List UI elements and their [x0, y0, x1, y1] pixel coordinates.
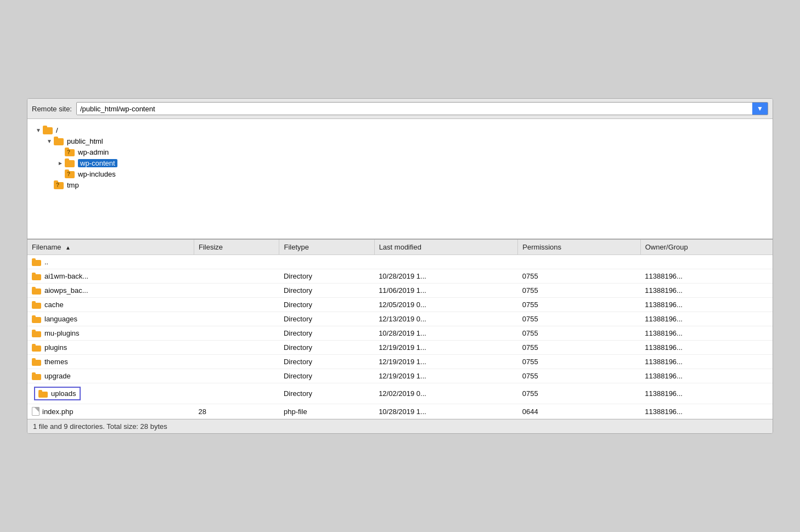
table-row[interactable]: aiowps_bac...Directory11/06/2019 1...075…	[27, 284, 773, 298]
folder-icon	[32, 330, 42, 337]
file-size-cell	[194, 284, 279, 298]
file-size-cell: 28	[194, 404, 279, 419]
tree-arrow-wp-content	[56, 160, 65, 166]
file-owner-cell	[640, 255, 773, 269]
file-size-cell	[194, 255, 279, 269]
file-name-cell: themes	[27, 355, 194, 369]
file-perms-cell: 0755	[518, 284, 641, 298]
folder-icon	[32, 344, 42, 352]
file-icon	[32, 407, 40, 416]
file-name-inner: themes	[32, 358, 189, 366]
file-table-section: Filename ▲ Filesize Filetype Last modifi…	[27, 240, 773, 419]
file-size-cell	[194, 326, 279, 341]
file-name-label: cache	[44, 301, 64, 309]
file-type-cell	[279, 255, 374, 269]
col-header-last-modified[interactable]: Last modified	[374, 240, 518, 255]
table-row[interactable]: ..	[27, 255, 773, 269]
tree-item-tmp[interactable]: tmp	[32, 179, 768, 190]
file-name-label: plugins	[44, 343, 67, 352]
file-name-inner: aiowps_bac...	[32, 286, 189, 295]
remote-site-dropdown-button[interactable]: ▼	[752, 103, 768, 115]
col-header-owner-group[interactable]: Owner/Group	[640, 240, 773, 255]
file-name-cell: ..	[27, 255, 194, 269]
file-name-cell: ai1wm-back...	[27, 269, 194, 284]
folder-icon-public-html	[54, 137, 65, 145]
col-header-filetype[interactable]: Filetype	[279, 240, 374, 255]
table-row[interactable]: ai1wm-back...Directory10/28/2019 1...075…	[27, 269, 773, 284]
remote-site-bar: Remote site: ▼	[27, 99, 773, 119]
table-row[interactable]: cacheDirectory12/05/2019 0...07551138819…	[27, 298, 773, 312]
folder-icon-tmp	[54, 180, 65, 189]
table-row[interactable]: pluginsDirectory12/19/2019 1...075511388…	[27, 341, 773, 355]
file-perms-cell: 0755	[518, 355, 641, 369]
tree-label-tmp: tmp	[67, 181, 79, 189]
tree-item-root[interactable]: /	[32, 124, 768, 135]
tree-item-wp-content[interactable]: wp-content	[32, 157, 768, 168]
file-size-cell	[194, 298, 279, 312]
tree-item-public-html[interactable]: public_html	[32, 135, 768, 146]
remote-site-input[interactable]	[77, 103, 752, 115]
file-modified-cell: 12/19/2019 1...	[374, 369, 518, 383]
file-modified-cell: 12/13/2019 0...	[374, 312, 518, 326]
file-size-cell	[194, 269, 279, 284]
file-owner-cell: 11388196...	[640, 341, 773, 355]
file-modified-cell: 12/05/2019 0...	[374, 298, 518, 312]
tree-item-wp-admin[interactable]: wp-admin	[32, 146, 768, 157]
file-modified-cell: 10/28/2019 1...	[374, 404, 518, 419]
file-owner-cell: 11388196...	[640, 269, 773, 284]
tree-label-public-html: public_html	[67, 137, 103, 145]
file-name-label: aiowps_bac...	[44, 286, 88, 295]
table-row[interactable]: uploadsDirectory12/02/2019 0...075511388…	[27, 383, 773, 404]
file-name-cell-uploads: uploads	[27, 383, 194, 404]
file-name-label: index.php	[42, 408, 73, 416]
file-owner-cell: 11388196...	[640, 404, 773, 419]
folder-icon-wp-includes	[65, 169, 76, 178]
status-bar: 1 file and 9 directories. Total size: 28…	[27, 419, 773, 433]
file-perms-cell: 0755	[518, 326, 641, 341]
file-name-label: themes	[44, 358, 68, 366]
table-row[interactable]: index.php28php-file10/28/2019 1...064411…	[27, 404, 773, 419]
col-header-filesize[interactable]: Filesize	[194, 240, 279, 255]
status-text: 1 file and 9 directories. Total size: 28…	[33, 422, 167, 431]
folder-icon-wp-content	[65, 159, 76, 167]
folder-icon-root	[43, 126, 54, 134]
file-name-inner: upgrade	[32, 372, 189, 380]
file-name-inner: ..	[32, 258, 189, 266]
table-row[interactable]: languagesDirectory12/13/2019 0...0755113…	[27, 312, 773, 326]
file-type-cell: php-file	[279, 404, 374, 419]
file-name-inner: languages	[32, 315, 189, 323]
file-owner-cell: 11388196...	[640, 312, 773, 326]
file-name-label: ai1wm-back...	[44, 272, 88, 280]
tree-label-wp-content: wp-content	[78, 159, 117, 167]
file-name-cell: upgrade	[27, 369, 194, 383]
file-owner-cell: 11388196...	[640, 369, 773, 383]
tree-item-wp-includes[interactable]: wp-includes	[32, 168, 768, 179]
tree-label-root: /	[56, 126, 58, 134]
file-type-cell: Directory	[279, 369, 374, 383]
table-row[interactable]: upgradeDirectory12/19/2019 1...075511388…	[27, 369, 773, 383]
file-type-cell: Directory	[279, 269, 374, 284]
file-modified-cell	[374, 255, 518, 269]
col-header-filename[interactable]: Filename ▲	[27, 240, 194, 255]
file-modified-cell: 12/19/2019 1...	[374, 355, 518, 369]
col-header-permissions[interactable]: Permissions	[518, 240, 641, 255]
file-name-inner: mu-plugins	[32, 329, 189, 337]
file-type-cell: Directory	[279, 341, 374, 355]
file-perms-cell: 0755	[518, 341, 641, 355]
folder-icon	[32, 358, 42, 366]
file-name-label: languages	[44, 315, 77, 323]
table-row[interactable]: themesDirectory12/19/2019 1...0755113881…	[27, 355, 773, 369]
file-owner-cell: 11388196...	[640, 326, 773, 341]
file-table: Filename ▲ Filesize Filetype Last modifi…	[27, 240, 773, 419]
folder-icon	[32, 301, 42, 309]
file-owner-cell: 11388196...	[640, 298, 773, 312]
file-type-cell: Directory	[279, 284, 374, 298]
file-perms-cell: 0755	[518, 269, 641, 284]
file-name-cell: cache	[27, 298, 194, 312]
tree-label-wp-includes: wp-includes	[78, 170, 116, 178]
file-name-cell: plugins	[27, 341, 194, 355]
file-type-cell: Directory	[279, 298, 374, 312]
tree-label-wp-admin: wp-admin	[78, 148, 109, 156]
file-perms-cell: 0644	[518, 404, 641, 419]
table-row[interactable]: mu-pluginsDirectory10/28/2019 1...075511…	[27, 326, 773, 341]
